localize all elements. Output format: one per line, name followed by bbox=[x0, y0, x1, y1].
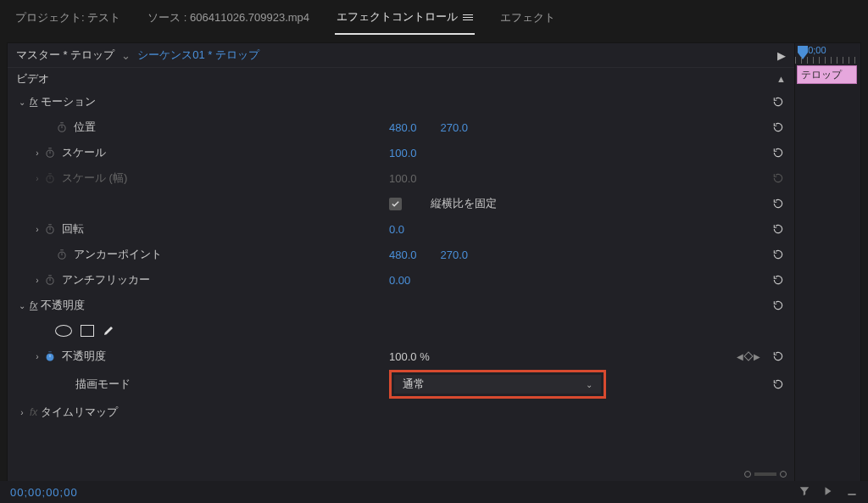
chevron-down-icon[interactable]: ⌄ bbox=[16, 98, 28, 107]
stopwatch-icon[interactable] bbox=[55, 248, 69, 261]
reset-button[interactable] bbox=[771, 349, 786, 364]
add-keyframe-icon[interactable] bbox=[743, 351, 753, 360]
mask-rect-icon[interactable] bbox=[81, 325, 94, 337]
chevron-right-icon: › bbox=[31, 174, 43, 183]
scale-value[interactable]: 100.0 bbox=[389, 147, 417, 159]
prev-keyframe-icon[interactable]: ◀ bbox=[737, 352, 743, 361]
property-blend-label: 描画モード bbox=[75, 377, 131, 392]
chevron-right-icon[interactable]: › bbox=[31, 225, 43, 234]
rotation-value[interactable]: 0.0 bbox=[389, 223, 404, 236]
position-x-value[interactable]: 480.0 bbox=[389, 121, 417, 134]
mask-tools bbox=[8, 318, 794, 344]
stopwatch-icon[interactable] bbox=[43, 273, 57, 287]
clip-breadcrumb: マスター * テロップ ⌄ シーケンス01 * テロップ ▶ bbox=[8, 43, 794, 67]
effect-opacity-label: 不透明度 bbox=[41, 298, 85, 313]
effect-time-remap[interactable]: › fx タイムリマップ bbox=[8, 400, 794, 425]
property-opacity-label: 不透明度 bbox=[62, 349, 106, 364]
toggle-timeline-icon[interactable]: ▶ bbox=[777, 49, 786, 62]
stopwatch-icon[interactable] bbox=[43, 146, 57, 159]
blend-mode-value: 通常 bbox=[403, 377, 425, 392]
ruler-ticks bbox=[795, 57, 860, 64]
filter-icon[interactable] bbox=[798, 485, 810, 500]
reset-button bbox=[771, 170, 786, 186]
breadcrumb-master[interactable]: マスター * テロップ bbox=[16, 48, 114, 63]
opacity-value[interactable]: 100.0 % bbox=[389, 350, 430, 363]
export-icon[interactable] bbox=[846, 485, 858, 500]
clip-bar[interactable]: テロップ bbox=[797, 65, 857, 84]
collapse-icon[interactable]: ▲ bbox=[776, 74, 786, 84]
reset-button[interactable] bbox=[771, 298, 786, 313]
scale-width-value: 100.0 bbox=[389, 172, 417, 185]
property-antiflicker: › アンチフリッカー 0.00 bbox=[8, 267, 794, 293]
stopwatch-icon[interactable] bbox=[55, 120, 69, 134]
fx-icon[interactable]: fx bbox=[30, 96, 37, 108]
mask-ellipse-icon[interactable] bbox=[55, 325, 72, 337]
reset-button[interactable] bbox=[771, 94, 786, 109]
uniform-scale-checkbox[interactable] bbox=[389, 198, 402, 210]
anchor-x-value[interactable]: 480.0 bbox=[389, 249, 417, 261]
anchor-y-value[interactable]: 270.0 bbox=[441, 249, 469, 261]
reset-button[interactable] bbox=[771, 196, 786, 211]
chevron-down-icon[interactable]: ⌄ bbox=[16, 301, 28, 310]
keyframe-nav[interactable]: ◀ ▶ bbox=[737, 352, 760, 361]
stopwatch-icon[interactable] bbox=[43, 222, 57, 236]
property-anchor-label: アンカーポイント bbox=[74, 247, 162, 262]
panel-tabs: プロジェクト: テスト ソース : 606411026.709923.mp4 エ… bbox=[0, 0, 868, 34]
annotation-highlight-box: 通常 ⌄ bbox=[389, 370, 606, 399]
next-keyframe-icon[interactable]: ▶ bbox=[754, 352, 760, 361]
stopwatch-icon bbox=[43, 171, 57, 185]
fx-icon[interactable]: fx bbox=[30, 299, 37, 311]
property-scale-width: › スケール (幅) 100.0 bbox=[8, 165, 794, 191]
chevron-right-icon[interactable]: › bbox=[31, 148, 43, 158]
uniform-scale-label: 縦横比を固定 bbox=[431, 196, 497, 211]
property-opacity: › 不透明度 100.0 % ◀ ▶ bbox=[8, 344, 794, 369]
tab-project[interactable]: プロジェクト: テスト bbox=[14, 7, 122, 34]
video-section-header: ビデオ ▲ bbox=[8, 67, 794, 89]
property-position-label: 位置 bbox=[74, 120, 96, 135]
timecode-display[interactable]: 00;00;00;00 bbox=[10, 486, 78, 499]
tab-effect-controls-label: エフェクトコントロール bbox=[337, 9, 458, 25]
reset-button[interactable] bbox=[771, 221, 786, 237]
property-scale-width-label: スケール (幅) bbox=[62, 170, 127, 186]
video-section-label: ビデオ bbox=[16, 71, 49, 87]
panel-menu-icon[interactable] bbox=[463, 14, 473, 20]
property-rotation-label: 回転 bbox=[62, 221, 84, 237]
property-anchor-point: アンカーポイント 480.0 270.0 bbox=[8, 242, 794, 267]
mask-pen-icon[interactable] bbox=[103, 323, 116, 339]
tab-effect-controls[interactable]: エフェクトコントロール bbox=[335, 6, 475, 35]
reset-button[interactable] bbox=[771, 272, 786, 288]
reset-button[interactable] bbox=[771, 377, 786, 392]
property-blend-mode: 描画モード 通常 ⌄ bbox=[8, 369, 794, 400]
effect-motion[interactable]: ⌄ fx モーション bbox=[8, 89, 794, 115]
effect-time-remap-label: タイムリマップ bbox=[41, 405, 118, 420]
scroll-thumb[interactable] bbox=[754, 472, 776, 476]
property-scale: › スケール 100.0 bbox=[8, 140, 794, 165]
property-list: ⌄ fx モーション 位置 480.0 270.0 bbox=[8, 89, 794, 502]
chevron-right-icon[interactable]: › bbox=[31, 352, 43, 361]
effect-opacity[interactable]: ⌄ fx 不透明度 bbox=[8, 293, 794, 318]
chevron-right-icon[interactable]: › bbox=[16, 408, 28, 417]
property-position: 位置 480.0 270.0 bbox=[8, 115, 794, 140]
effect-controls-panel: マスター * テロップ ⌄ シーケンス01 * テロップ ▶ ビデオ ▲ ⌄ f… bbox=[7, 42, 795, 503]
stopwatch-icon[interactable] bbox=[43, 349, 57, 363]
scroll-handle-right[interactable] bbox=[780, 471, 787, 478]
reset-button[interactable] bbox=[771, 145, 786, 160]
zoom-scrollbar[interactable] bbox=[7, 469, 795, 479]
tab-source[interactable]: ソース : 606411026.709923.mp4 bbox=[146, 7, 311, 34]
tab-effects[interactable]: エフェクト bbox=[498, 7, 557, 34]
breadcrumb-sequence[interactable]: シーケンス01 * テロップ bbox=[137, 48, 259, 63]
chevron-right-icon[interactable]: › bbox=[31, 276, 43, 285]
reset-button[interactable] bbox=[771, 247, 786, 262]
footer-bar: 00;00;00;00 bbox=[0, 481, 868, 503]
scroll-handle-left[interactable] bbox=[744, 471, 751, 478]
fx-icon[interactable]: fx bbox=[30, 406, 37, 418]
reset-button[interactable] bbox=[771, 120, 786, 135]
position-y-value[interactable]: 270.0 bbox=[441, 121, 469, 134]
mini-timeline: ;00;00 テロップ bbox=[795, 42, 861, 503]
effect-motion-label: モーション bbox=[41, 94, 96, 109]
property-uniform-scale: 縦横比を固定 bbox=[8, 191, 794, 216]
antiflicker-value[interactable]: 0.00 bbox=[389, 274, 410, 287]
chevron-down-icon[interactable]: ⌄ bbox=[121, 49, 131, 62]
blend-mode-dropdown[interactable]: 通常 ⌄ bbox=[394, 375, 601, 394]
play-only-icon[interactable] bbox=[822, 485, 834, 500]
